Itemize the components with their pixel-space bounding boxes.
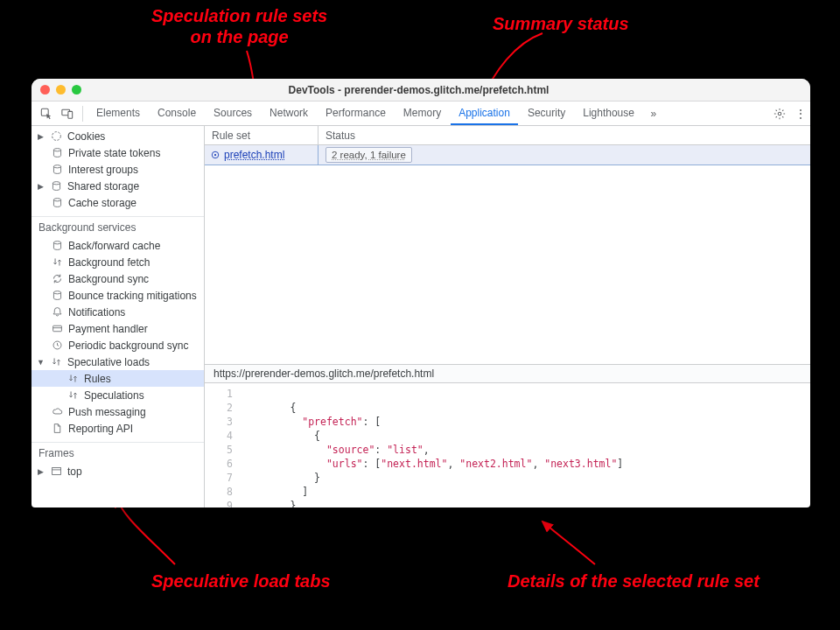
sidebar-item-cache-storage[interactable]: Cache storage [32,194,204,211]
sidebar-item-cookies[interactable]: ▶ Cookies [32,128,204,144]
application-sidebar: ▶ Cookies Private state tokens Interest … [32,126,205,508]
sidebar-item-label: Interest groups [68,164,138,176]
settings-gear-icon[interactable] [770,104,789,123]
svg-point-15 [214,154,216,156]
clock-icon [51,340,63,352]
column-header-status[interactable]: Status [318,130,810,142]
sidebar-item-label: Payment handler [68,323,148,335]
database-icon [50,180,62,192]
file-icon [51,423,63,435]
ruleset-table-body: prefetch.html 2 ready, 1 failure [205,145,810,364]
line-number: 8 [205,485,233,499]
sidebar-item-label: Speculations [84,389,144,402]
sidebar-item-private-state-tokens[interactable]: Private state tokens [32,144,204,161]
sidebar-item-speculative-loads[interactable]: ▼ Speculative loads [32,354,204,370]
svg-point-8 [53,199,60,201]
status-cell[interactable]: 2 ready, 1 failure [318,145,810,164]
line-number: 3 [205,415,233,429]
source-code-viewer: 1 2 3 4 5 6 7 8 9 { "prefetch": [ { "sou… [205,383,810,508]
sidebar-item-bounce-tracking[interactable]: Bounce tracking mitigations [32,287,204,304]
credit-card-icon [51,323,63,335]
svg-rect-13 [52,467,60,474]
sidebar-item-label: Speculative loads [67,356,150,368]
transfer-icon [50,356,62,368]
database-icon [51,240,63,252]
chevron-down-icon: ▼ [37,358,45,367]
more-tabs-icon[interactable]: » [644,104,663,123]
sidebar-item-speculations[interactable]: Speculations [32,387,204,403]
line-number-gutter: 1 2 3 4 5 6 7 8 9 [205,387,242,504]
tab-application[interactable]: Application [451,102,518,125]
tab-network[interactable]: Network [262,102,316,125]
tab-console[interactable]: Console [150,102,204,125]
svg-rect-2 [68,111,73,118]
window-icon [50,466,62,478]
panel-body: ▶ Cookies Private state tokens Interest … [32,126,810,508]
sidebar-item-notifications[interactable]: Notifications [32,304,204,320]
status-chip[interactable]: 2 ready, 1 failure [326,147,412,163]
tabbar-divider [82,106,83,122]
sidebar-item-label: top [67,466,82,478]
tab-memory[interactable]: Memory [396,102,449,125]
tab-security[interactable]: Security [520,102,573,125]
sidebar-item-label: Periodic background sync [68,340,188,352]
line-number: 1 [205,387,233,401]
database-icon [51,164,63,176]
sidebar-item-push-messaging[interactable]: Push messaging [32,403,204,420]
sidebar-item-interest-groups[interactable]: Interest groups [32,161,204,178]
sidebar-item-payment-handler[interactable]: Payment handler [32,320,204,337]
sidebar-item-label: Cache storage [68,197,136,209]
line-number: 5 [205,443,233,457]
table-row[interactable]: prefetch.html 2 ready, 1 failure [205,145,810,164]
sidebar-item-label: Back/forward cache [68,240,160,252]
sidebar-item-label: Private state tokens [68,147,160,159]
ruleset-link[interactable]: prefetch.html [224,149,284,161]
chevron-right-icon: ▶ [37,132,45,141]
chevron-right-icon: ▶ [37,467,45,476]
tab-performance[interactable]: Performance [318,102,394,125]
line-number: 6 [205,457,233,471]
svg-point-3 [778,112,781,116]
sidebar-item-reporting-api[interactable]: Reporting API [32,420,204,437]
chevron-right-icon: ▶ [37,182,45,191]
svg-point-7 [52,182,60,185]
sidebar-item-label: Shared storage [67,180,139,192]
column-header-ruleset[interactable]: Rule set [205,126,318,144]
bell-icon [51,306,63,318]
window-title: DevTools - prerender-demos.glitch.me/pre… [36,84,802,96]
sidebar-item-frame-top[interactable]: ▶ top [32,463,204,480]
sidebar-item-periodic-sync[interactable]: Periodic background sync [32,337,204,354]
sidebar-item-background-fetch[interactable]: Background fetch [32,254,204,270]
sidebar-item-label: Background sync [68,273,149,285]
kebab-menu-icon[interactable]: ⋮ [791,104,810,123]
sidebar-item-background-sync[interactable]: Background sync [32,270,204,287]
svg-point-5 [53,149,60,151]
sidebar-item-label: Push messaging [68,406,146,418]
sidebar-header-background: Background services [32,216,204,237]
svg-point-10 [53,291,60,294]
sidebar-item-shared-storage[interactable]: ▶ Shared storage [32,178,204,194]
annotation-summary: Summary status [493,13,629,34]
line-number: 4 [205,429,233,443]
line-number: 7 [205,471,233,485]
cloud-icon [51,406,63,418]
sidebar-item-rules[interactable]: Rules [32,370,204,387]
tab-sources[interactable]: Sources [206,102,260,125]
tab-lighthouse[interactable]: Lighthouse [575,102,642,125]
database-icon [51,197,63,209]
svg-point-9 [53,242,60,244]
line-number: 2 [205,401,233,415]
svg-rect-11 [52,326,61,332]
inspect-element-icon[interactable] [37,104,56,123]
devtools-tabbar: Elements Console Sources Network Perform… [32,102,810,126]
devtools-window: DevTools - prerender-demos.glitch.me/pre… [32,79,810,508]
sidebar-item-bfcache[interactable]: Back/forward cache [32,237,204,254]
ruleset-cell[interactable]: prefetch.html [205,145,318,164]
cookie-icon [50,130,62,143]
sidebar-header-frames: Frames [32,442,204,463]
annotation-rulesets: Speculation rule sets on the page [151,5,327,47]
tab-elements[interactable]: Elements [88,102,148,125]
device-toolbar-icon[interactable] [58,104,77,123]
window-titlebar: DevTools - prerender-demos.glitch.me/pre… [32,79,810,102]
sidebar-item-label: Bounce tracking mitigations [68,290,197,302]
